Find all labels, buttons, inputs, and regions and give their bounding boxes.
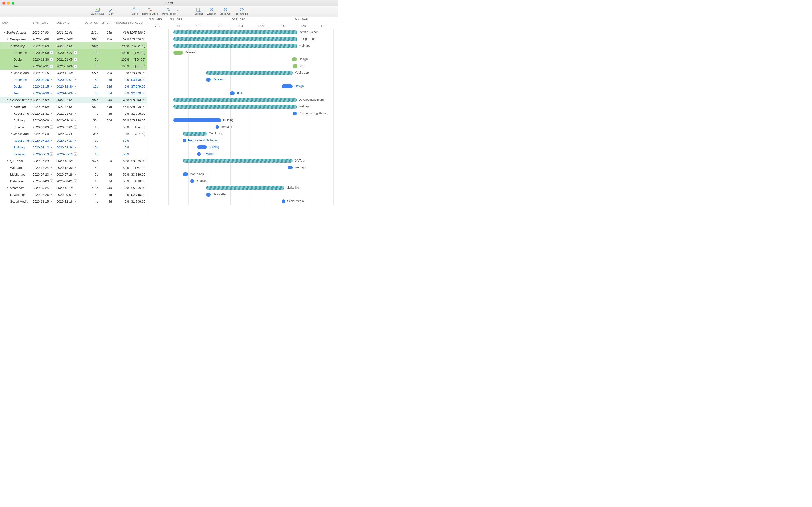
calendar-icon[interactable]: ▾ xyxy=(74,78,77,81)
expand-icon[interactable]: ▼ xyxy=(7,187,9,189)
task-row[interactable]: Requirement Ga2020-07-23▾2020-07-23▾1d50… xyxy=(0,137,147,144)
calendar-icon[interactable]: ▾ xyxy=(74,200,77,203)
calendar-icon[interactable]: ▾ xyxy=(74,51,77,54)
task-row[interactable]: Research2020-07-09▾2020-07-22▾10d100%($5… xyxy=(0,49,147,56)
task-row[interactable]: ▼QA Team2020-07-232020-12-30161d6d50%$3,… xyxy=(0,157,147,164)
col-task[interactable]: TASK xyxy=(2,21,33,24)
calendar-icon[interactable]: ▾ xyxy=(50,125,53,129)
task-row[interactable]: ▼Design Team2020-07-092021-01-06182d22d5… xyxy=(0,36,147,43)
task-row[interactable]: ▼web app2020-07-092021-01-06182d100%($16… xyxy=(0,43,147,49)
calendar-icon[interactable]: ▾ xyxy=(50,58,53,61)
gantt-bar[interactable] xyxy=(183,159,293,163)
calendar-icon[interactable]: ▾ xyxy=(74,173,77,176)
task-row[interactable]: Research2020-08-26▾2020-09-01▾5d5d0%$3,1… xyxy=(0,76,147,83)
gantt-bar[interactable] xyxy=(293,64,298,68)
col-duration[interactable]: DURATION xyxy=(80,21,98,24)
calendar-icon[interactable]: ▾ xyxy=(50,92,53,95)
gantt-bar[interactable] xyxy=(293,112,297,115)
col-cost[interactable]: TOTAL CO… xyxy=(129,21,145,24)
gantt-bar[interactable] xyxy=(282,84,293,89)
col-progress[interactable]: PROGRESS xyxy=(112,21,129,24)
task-row[interactable]: ▼Development Team2020-07-092021-01-05181… xyxy=(0,97,147,103)
task-row[interactable]: ▼Zephir Project2020-07-092021-01-06182d9… xyxy=(0,29,147,36)
calendar-icon[interactable]: ▾ xyxy=(50,112,53,115)
col-start[interactable]: START DATE xyxy=(33,21,56,24)
back-to-map-button[interactable]: Back to Map xyxy=(91,7,104,15)
calendar-icon[interactable]: ▾ xyxy=(74,166,77,169)
task-row[interactable]: Newsletter2020-08-26▾2020-09-01▾5d5d0%$2… xyxy=(0,191,147,198)
expand-icon[interactable]: ▼ xyxy=(3,31,6,34)
calendar-icon[interactable]: ▾ xyxy=(50,179,53,183)
zoom-out-button[interactable]: Zoom Out xyxy=(220,7,231,15)
goto-button[interactable]: GoTo xyxy=(132,7,138,15)
gantt-bar[interactable] xyxy=(191,179,194,183)
task-row[interactable]: Design2020-12-30▾2021-01-05▾5d100%($54.0… xyxy=(0,56,147,63)
col-effort[interactable]: EFFORT xyxy=(98,21,112,24)
calendar-icon[interactable]: ▾ xyxy=(74,125,77,129)
task-row[interactable]: Test2020-09-30▾2020-10-06▾5d5d0%$2,600.0… xyxy=(0,90,147,97)
expand-icon[interactable]: ▼ xyxy=(7,99,9,101)
calendar-icon[interactable]: ▾ xyxy=(74,92,77,95)
calendar-icon[interactable]: ▾ xyxy=(74,64,77,68)
gantt-bar[interactable] xyxy=(173,98,297,102)
calendar-icon[interactable]: ▾ xyxy=(50,85,53,88)
calendar-icon[interactable]: ▾ xyxy=(74,152,77,156)
calendar-icon[interactable]: ▾ xyxy=(74,119,77,122)
calendar-icon[interactable]: ▾ xyxy=(50,51,53,54)
calendar-icon[interactable]: ▾ xyxy=(74,58,77,61)
task-row[interactable]: Design2020-12-15▾2020-12-30▾12d12d0%$7,6… xyxy=(0,83,147,90)
task-row[interactable]: Test2020-12-31▾2021-01-06▾5d100%($54.00) xyxy=(0,63,147,69)
calendar-icon[interactable]: ▾ xyxy=(50,78,53,81)
calendar-icon[interactable]: ▾ xyxy=(50,119,53,122)
move-project-button[interactable]: Move Project xyxy=(162,7,176,15)
calendar-icon[interactable]: ▾ xyxy=(50,193,53,196)
task-row[interactable]: Web app2020-12-24▾2020-12-30▾5d50%($54.0… xyxy=(0,164,147,171)
gantt-bar[interactable] xyxy=(173,51,183,55)
gantt-bar[interactable] xyxy=(206,78,211,81)
expand-icon[interactable]: ▼ xyxy=(7,38,9,40)
gantt-bar[interactable] xyxy=(173,31,298,34)
task-row[interactable]: ▼Marketing2020-08-262020-12-18115d14d0%$… xyxy=(0,184,147,191)
calendar-icon[interactable]: ▾ xyxy=(50,152,53,156)
calendar-icon[interactable]: ▾ xyxy=(74,85,77,88)
gantt-bar[interactable] xyxy=(206,186,285,190)
gantt-bar[interactable] xyxy=(215,125,219,129)
options-button[interactable]: Options xyxy=(195,7,203,15)
task-row[interactable]: ▼Mobile app2020-07-232020-08-2635d8%($54… xyxy=(0,130,147,137)
gantt-bar[interactable] xyxy=(173,105,297,109)
gantt-bar[interactable] xyxy=(206,71,293,75)
task-row[interactable]: ▼Web app2020-07-092021-01-05181d54d46%$2… xyxy=(0,103,147,110)
gantt-bar[interactable] xyxy=(183,172,188,176)
gantt-chart[interactable]: JUN - AUGJUL - SEPOCT - DECJAN - MAR JUN… xyxy=(147,17,338,211)
task-row[interactable]: ▼Mobile app2020-08-262020-12-30127d22d0%… xyxy=(0,69,147,76)
expand-icon[interactable]: ▼ xyxy=(10,72,12,74)
gantt-bar[interactable] xyxy=(173,44,298,48)
col-due[interactable]: DUE DATE xyxy=(57,21,80,24)
gantt-bar[interactable] xyxy=(173,118,221,122)
calendar-icon[interactable]: ▾ xyxy=(50,200,53,203)
gantt-bar[interactable] xyxy=(173,37,298,41)
gantt-bar[interactable] xyxy=(288,166,293,169)
gantt-bar[interactable] xyxy=(183,138,186,143)
gantt-bar[interactable] xyxy=(292,57,297,61)
edit-button[interactable]: Edit xyxy=(108,7,114,15)
expand-icon[interactable]: ▼ xyxy=(10,45,12,47)
task-row[interactable]: Requirement gat2020-12-31▾2021-01-05▾4d4… xyxy=(0,110,147,117)
calendar-icon[interactable]: ▾ xyxy=(74,146,77,149)
calendar-icon[interactable]: ▾ xyxy=(50,64,53,68)
gantt-bar[interactable] xyxy=(197,145,207,149)
calendar-icon[interactable]: ▾ xyxy=(74,179,77,183)
calendar-icon[interactable]: ▾ xyxy=(74,193,77,196)
calendar-icon[interactable]: ▾ xyxy=(74,112,77,115)
remove-slack-button[interactable]: Remove Slack xyxy=(142,7,158,15)
expand-icon[interactable]: ▼ xyxy=(10,132,12,135)
calendar-icon[interactable]: ▾ xyxy=(50,146,53,149)
expand-icon[interactable]: ▼ xyxy=(10,106,12,108)
zoom-fit-button[interactable]: Zoom to Fit xyxy=(236,7,248,15)
gantt-bar[interactable] xyxy=(197,152,201,156)
minimize-icon[interactable] xyxy=(7,2,10,5)
calendar-icon[interactable]: ▾ xyxy=(50,173,53,176)
gantt-bar[interactable] xyxy=(230,91,235,95)
close-icon[interactable] xyxy=(2,2,5,5)
maximize-icon[interactable] xyxy=(12,2,14,5)
